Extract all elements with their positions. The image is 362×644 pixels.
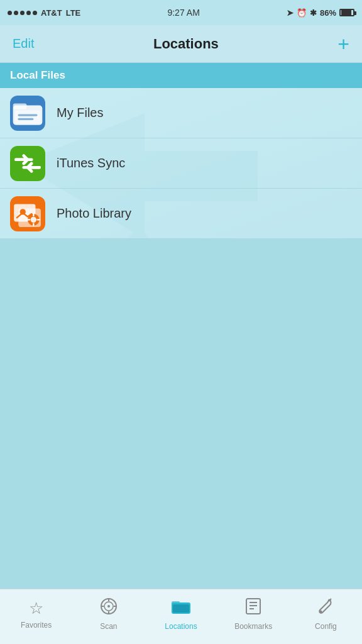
itunes-sync-icon <box>10 146 45 181</box>
tab-scan[interactable]: Scan <box>72 597 145 636</box>
locations-icon <box>171 597 191 619</box>
signal-dots <box>8 11 37 15</box>
network-label: LTE <box>66 8 81 18</box>
battery-indicator <box>339 9 354 16</box>
add-button[interactable]: + <box>337 34 349 54</box>
main-content: My Files iTunes Sync <box>0 88 362 239</box>
status-bar: AT&T LTE 9:27 AM ➤ ⏰ ✱ 86% <box>0 0 362 25</box>
photo-library-label: Photo Library <box>57 206 131 221</box>
favorites-label: Favorites <box>21 621 52 630</box>
my-files-label: My Files <box>57 106 103 120</box>
nav-bar: Edit Locations + <box>0 25 362 63</box>
itunes-sync-label: iTunes Sync <box>57 156 125 170</box>
tab-bookmarks[interactable]: Bookmarks <box>217 597 290 636</box>
alarm-icon: ⏰ <box>297 8 307 18</box>
photo-library-item[interactable]: Photo Library <box>0 189 362 239</box>
page-title: Locations <box>153 36 219 52</box>
status-right: ➤ ⏰ ✱ 86% <box>287 8 354 18</box>
tab-favorites[interactable]: ☆ Favorites <box>0 599 72 635</box>
svg-rect-4 <box>13 103 27 109</box>
svg-point-14 <box>31 216 36 222</box>
carrier-label: AT&T <box>41 8 62 18</box>
itunes-sync-item[interactable]: iTunes Sync <box>0 138 362 189</box>
bookmarks-label: Bookmarks <box>234 622 272 631</box>
my-files-icon <box>10 96 45 131</box>
edit-button[interactable]: Edit <box>13 36 34 51</box>
config-icon <box>317 597 334 619</box>
time-label: 9:27 AM <box>167 8 199 18</box>
tab-locations[interactable]: Locations <box>145 597 217 636</box>
location-icon: ➤ <box>287 8 293 18</box>
svg-rect-5 <box>15 110 40 124</box>
tab-bar: ☆ Favorites Scan Locat <box>0 589 362 644</box>
status-left: AT&T LTE <box>8 8 80 18</box>
svg-rect-6 <box>18 114 37 116</box>
scan-icon <box>100 597 118 619</box>
scan-label: Scan <box>100 622 117 631</box>
config-label: Config <box>315 622 337 631</box>
locations-tab-label: Locations <box>165 622 197 631</box>
svg-point-29 <box>320 611 322 613</box>
bluetooth-icon: ✱ <box>310 8 317 18</box>
photo-library-icon <box>10 196 45 231</box>
svg-point-17 <box>107 605 110 608</box>
tab-config[interactable]: Config <box>290 597 362 636</box>
battery-percent: 86% <box>320 8 336 18</box>
local-files-header: Local Files <box>0 63 362 88</box>
my-files-item[interactable]: My Files <box>0 88 362 138</box>
svg-rect-7 <box>18 118 33 119</box>
favorites-icon: ☆ <box>29 599 43 618</box>
svg-rect-24 <box>173 604 189 613</box>
bookmarks-icon <box>245 597 261 619</box>
